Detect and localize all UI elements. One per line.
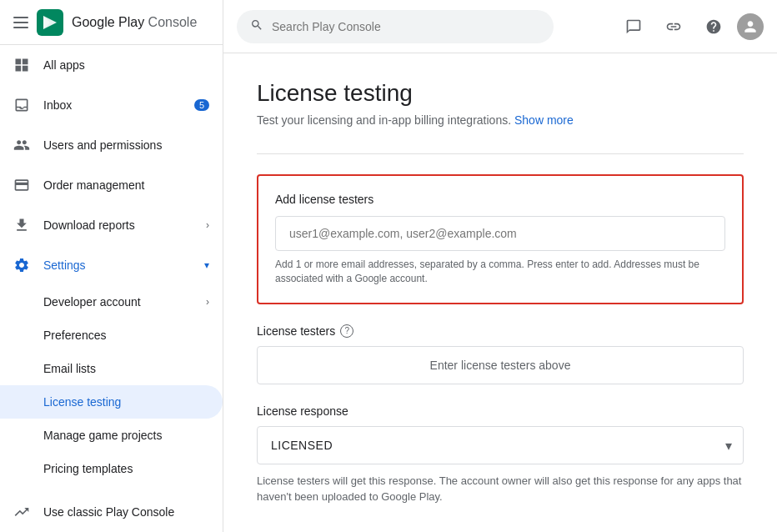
search-bar[interactable] [237, 10, 554, 43]
license-response-label: License response [257, 404, 744, 418]
sidebar-label-email-lists: Email lists [43, 362, 96, 375]
sidebar-label-classic-console: Use classic Play Console [43, 505, 174, 519]
user-avatar[interactable] [737, 13, 764, 40]
license-testers-empty: Enter license testers above [257, 346, 744, 384]
license-testers-section: License testers ? [257, 324, 744, 338]
divider [257, 153, 744, 154]
sidebar-item-classic-console[interactable]: Use classic Play Console [0, 492, 223, 532]
search-icon [250, 18, 263, 35]
people-icon [13, 137, 30, 153]
show-more-link[interactable]: Show more [514, 113, 574, 127]
content-area: License testing Test your licensing and … [223, 53, 777, 532]
input-hint: Add 1 or more email addresses, separated… [275, 258, 725, 286]
app-logo [37, 9, 63, 36]
app-title: Google Play Console [72, 15, 197, 30]
license-response-section: License response LICENSED NOT_LICENSED L… [257, 404, 744, 505]
link-button[interactable] [657, 10, 690, 43]
trending-up-icon [13, 504, 30, 520]
sidebar-label-preferences: Preferences [43, 329, 106, 342]
sidebar-item-pricing-templates[interactable]: Pricing templates [0, 452, 223, 485]
sidebar-label-pricing-templates: Pricing templates [43, 462, 133, 475]
license-response-select-wrapper: LICENSED NOT_LICENSED LICENSED_OLD_KEY ▾ [257, 426, 744, 464]
settings-icon [13, 257, 30, 274]
sidebar-item-users[interactable]: Users and permissions [0, 125, 223, 165]
sidebar-label-inbox: Inbox [43, 98, 72, 112]
main-nav: All apps Inbox 5 Users and permissions O… [0, 45, 223, 532]
sidebar-label-license-testing: License testing [43, 395, 121, 409]
inbox-badge: 5 [194, 99, 209, 111]
inbox-icon [13, 97, 30, 113]
main-area: License testing Test your licensing and … [223, 0, 777, 532]
sidebar-label-all-apps: All apps [43, 58, 85, 72]
menu-button[interactable] [13, 17, 28, 28]
sidebar-item-email-lists[interactable]: Email lists [0, 352, 223, 385]
sidebar-label-order-management: Order management [43, 178, 144, 192]
sidebar-item-manage-game-projects[interactable]: Manage game projects [0, 419, 223, 452]
sidebar-item-preferences[interactable]: Preferences [0, 319, 223, 352]
email-input[interactable] [275, 216, 725, 251]
sidebar-label-developer-account: Developer account [43, 295, 141, 309]
download-icon [13, 217, 30, 233]
grid-icon [13, 57, 30, 73]
chevron-right-icon: › [206, 219, 209, 231]
sidebar-header: Google Play Console [0, 0, 223, 45]
sidebar-label-download-reports: Download reports [43, 218, 135, 232]
license-testers-label: License testers [257, 324, 335, 338]
sidebar-label-users: Users and permissions [43, 138, 162, 152]
page-subtitle: Test your licensing and in-app billing i… [257, 113, 744, 127]
add-testers-label: Add license testers [275, 193, 725, 206]
help-icon[interactable]: ? [340, 324, 353, 338]
sidebar-item-settings[interactable]: Settings ▾ [0, 245, 223, 285]
page-title: License testing [257, 80, 744, 107]
card-icon [13, 177, 30, 193]
response-description: License testers will get this response. … [257, 473, 744, 505]
help-button[interactable] [697, 10, 730, 43]
search-input[interactable] [272, 20, 540, 33]
sidebar-item-download-reports[interactable]: Download reports › [0, 205, 223, 245]
sidebar-item-inbox[interactable]: Inbox 5 [0, 85, 223, 125]
sidebar-item-developer-account[interactable]: Developer account › [0, 285, 223, 319]
add-testers-card: Add license testers Add 1 or more email … [257, 174, 744, 304]
topbar [223, 0, 777, 53]
sidebar-item-all-apps[interactable]: All apps [0, 45, 223, 85]
sidebar-item-license-testing[interactable]: License testing [0, 385, 223, 419]
chevron-right-dev-icon: › [206, 296, 209, 308]
license-response-select[interactable]: LICENSED NOT_LICENSED LICENSED_OLD_KEY [257, 426, 744, 464]
chat-button[interactable] [617, 10, 650, 43]
topbar-actions [617, 10, 764, 43]
chevron-down-settings-icon: ▾ [204, 259, 209, 271]
sidebar-label-settings: Settings [43, 258, 86, 272]
sidebar: Google Play Console All apps Inbox 5 Use… [0, 0, 223, 532]
sidebar-label-manage-game-projects: Manage game projects [43, 429, 162, 442]
sidebar-item-order-management[interactable]: Order management [0, 165, 223, 205]
